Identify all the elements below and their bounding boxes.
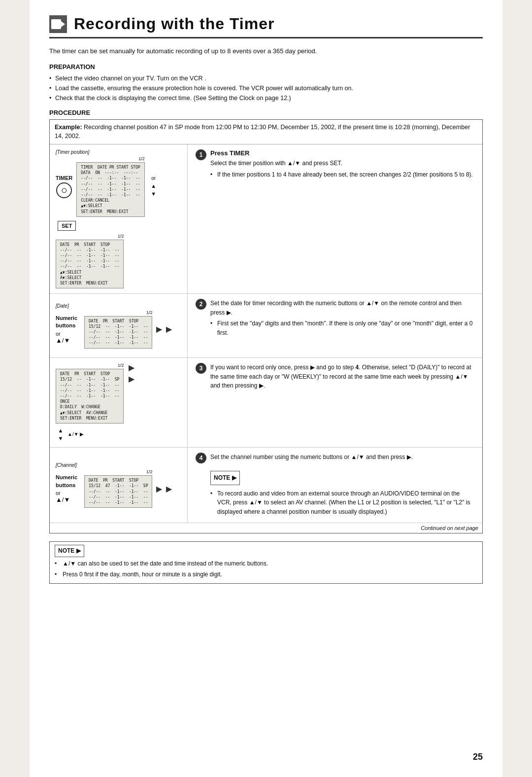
step-1-lcd-label: [Timer position] — [56, 149, 89, 155]
step-1-set-group: SET — [58, 221, 76, 231]
step-number-3: 3 — [196, 363, 206, 374]
daily-weekly-label: ▲/▼ ▶ — [67, 431, 84, 437]
step-4-right: 4 Set the channel number using the numer… — [188, 448, 482, 523]
lcd-display-1: TIMER DATE PR START STOP DATA ON ---:-- … — [76, 162, 144, 217]
preparation-list: Select the video channel on your TV. Tur… — [49, 73, 483, 103]
step-4-text: Set the channel number using the numeric… — [210, 453, 474, 517]
page-wrapper: Recording with the Timer The timer can b… — [30, 0, 502, 777]
up-arrow-1[interactable]: ▲ — [149, 182, 159, 190]
numeric-buttons-label-2: Numericbuttons — [56, 315, 77, 330]
step-1-title: Press TIMER — [210, 149, 473, 157]
lcd-fraction-4: 1/2 — [84, 469, 152, 474]
lcd-display-4: DATE PR START STOP 15/12 47 -1-- -1-- SP… — [84, 475, 152, 508]
down-arrow-3[interactable]: ▼ — [56, 434, 66, 442]
step-4-lcd-group: 1/2 DATE PR START STOP 15/12 47 -1-- -1-… — [84, 469, 152, 508]
step-1-text: Select the timer position with ▲/▼ and p… — [210, 159, 473, 179]
lcd-fraction-2: 1/2 — [84, 310, 152, 315]
procedure-box: Example: Recording channel position 47 i… — [49, 119, 483, 534]
bottom-note-list: ▲/▼ can also be used to set the date and… — [55, 559, 477, 579]
bottom-note-title: NOTE ▶ — [55, 545, 84, 557]
numeric-label-group-4: Numericbuttons or ▲/▼ — [56, 474, 77, 503]
step-3-left: 1/2 DATE PR START STOP 15/12 -- -1-- -1-… — [50, 358, 188, 447]
step-number-2: 2 — [196, 299, 206, 310]
step-3-text: If you want to record only once, press ▶… — [210, 363, 474, 390]
note-box-inline: NOTE ▶ — [210, 471, 240, 485]
step-3-label-row: ▲ ▼ ▲/▼ ▶ — [56, 426, 84, 442]
lcd-fraction-3: 1/2 — [56, 363, 124, 368]
step-1-or-group: or ▲ ▼ — [149, 176, 159, 198]
step-2-controls: Numericbuttons or ▲/▼ 1/2 DATE PR START … — [56, 310, 172, 349]
set-button-1[interactable]: SET — [58, 221, 76, 231]
numeric-buttons-label-4: Numericbuttons — [56, 474, 77, 489]
step-row-3: 1/2 DATE PR START STOP 15/12 -- -1-- -1-… — [50, 358, 482, 448]
video-icon — [49, 15, 67, 33]
step-4-content: Set the channel number using the numeric… — [210, 453, 474, 518]
step-4-bullets: To record audio and video from an extern… — [210, 489, 474, 517]
step-2-left: [Date] Numericbuttons or ▲/▼ 1/2 DATE PR… — [50, 294, 188, 357]
timer-label-box: TIMER ◯ — [56, 175, 72, 198]
timer-label: TIMER — [56, 175, 72, 181]
once-lcd-group: 1/2 DATE PR START STOP 15/12 -- -1-- -1-… — [56, 363, 124, 424]
step-1-left: [Timer position] TIMER ◯ 1/2 TIMER DATE … — [50, 144, 188, 293]
right-arrow-3a[interactable]: ▶ — [129, 363, 134, 372]
step-row-4: [Channel] Numericbuttons or ▲/▼ 1/2 DATE… — [50, 448, 482, 523]
lcd-display-3: DATE PR START STOP 15/12 -- -1-- -1-- SP… — [56, 369, 124, 424]
step-row-2: [Date] Numericbuttons or ▲/▼ 1/2 DATE PR… — [50, 294, 482, 358]
step-row-1: [Timer position] TIMER ◯ 1/2 TIMER DATE … — [50, 144, 482, 294]
up-arrow-3[interactable]: ▲ — [56, 426, 66, 434]
svg-rect-1 — [51, 19, 61, 29]
step-3-header: 3 If you want to record only once, press… — [196, 363, 474, 390]
step-4-lcd-label: [Channel] — [56, 462, 77, 468]
lcd-display-2: DATE PR START STOP 15/12 -- -1-- -1-- --… — [84, 316, 152, 349]
procedure-heading: PROCEDURE — [49, 109, 483, 116]
step-3-controls: 1/2 DATE PR START STOP 15/12 -- -1-- -1-… — [56, 363, 134, 424]
steps-container: [Timer position] TIMER ◯ 1/2 TIMER DATE … — [50, 144, 482, 523]
step-3-once-group: 1/2 DATE PR START STOP 15/12 -- -1-- -1-… — [56, 363, 124, 424]
step-1-controls: TIMER ◯ 1/2 TIMER DATE PR START STOP DAT… — [56, 156, 181, 231]
step-3-labels: ▲ ▼ ▲/▼ ▶ — [56, 426, 84, 442]
page-header: Recording with the Timer — [49, 15, 483, 38]
step-2-right: 2 Set the date for timer recording with … — [188, 294, 482, 357]
right-arrow-4[interactable]: ▶ — [156, 484, 162, 494]
right-arrow-2[interactable]: ▶ — [156, 324, 162, 334]
right-arrow-3b[interactable]: ▶ — [129, 374, 134, 384]
step-1-bullets: If the timer positions 1 to 4 have alrea… — [210, 170, 473, 179]
step-2-lcd-group: 1/2 DATE PR START STOP 15/12 -- -1-- -1-… — [84, 310, 152, 349]
step-2-content: Set the date for timer recording with th… — [210, 299, 474, 339]
step-1-bullet-1: If the timer positions 1 to 4 have alrea… — [210, 170, 473, 179]
bottom-note-item-1: ▲/▼ can also be used to set the date and… — [55, 559, 477, 568]
step-3-arrows: ▶ ▶ — [129, 363, 134, 384]
step-2-bullet-1: First set the "day" digits and then "mon… — [210, 319, 474, 337]
preparation-item-3: Check that the clock is displaying the c… — [49, 93, 483, 103]
step-1-lcd-group: 1/2 TIMER DATE PR START STOP DATA ON ---… — [76, 156, 144, 217]
down-arrow-1[interactable]: ▼ — [149, 190, 159, 198]
bottom-note-box: NOTE ▶ ▲/▼ can also be used to set the d… — [49, 541, 483, 584]
example-header: Example: Recording channel position 47 i… — [50, 120, 482, 145]
preparation-item-1: Select the video channel on your TV. Tur… — [49, 73, 483, 83]
or-updown-2: or — [56, 331, 77, 337]
step-2-bullets: First set the "day" digits and then "mon… — [210, 319, 474, 337]
example-text: Recording channel position 47 in SP mode… — [55, 124, 470, 140]
lcd-fraction-1: 1/2 — [76, 156, 144, 161]
lcd2-fraction: 1/2 — [56, 234, 124, 239]
numeric-label-group-2: Numericbuttons or ▲/▼ — [56, 315, 77, 344]
or-updown-4: or — [56, 490, 77, 496]
updown-symbol-2: ▲/▼ — [56, 337, 77, 344]
step-4-controls: Numericbuttons or ▲/▼ 1/2 DATE PR START … — [56, 469, 172, 508]
preparation-heading: PREPARATION — [49, 63, 483, 71]
timer-circle-btn[interactable]: ◯ — [56, 182, 72, 198]
or-label-1: or — [151, 176, 156, 181]
note-title-inline: NOTE ▶ — [214, 474, 236, 481]
step-number-1: 1 — [196, 149, 206, 160]
step-4-bullet-1: To record audio and video from an extern… — [210, 489, 474, 517]
step-number-4: 4 — [196, 453, 206, 463]
right-arrow-4b[interactable]: ▶ — [166, 484, 172, 494]
arrow-group-1: ▲ ▼ — [149, 182, 159, 198]
step-1-lcd2-group: 1/2 DATE PR START STOP --/-- -- -1-- -1-… — [56, 234, 124, 289]
continued-text: Continued on next page — [50, 523, 482, 533]
step-3-right: 3 If you want to record only once, press… — [188, 358, 482, 447]
updown-symbol-4: ▲/▼ — [56, 496, 77, 503]
step-1-right: 1 Press TIMER Select the timer position … — [188, 144, 482, 293]
right-arrow-2b[interactable]: ▶ — [166, 324, 172, 334]
step-1-content: Press TIMER Select the timer position wi… — [210, 149, 473, 180]
